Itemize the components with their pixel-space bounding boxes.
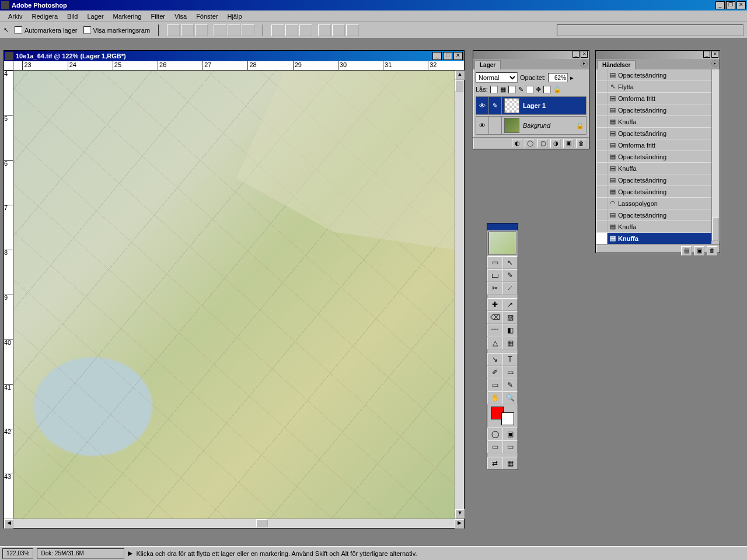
layer-name[interactable]: Lager 1	[522, 102, 586, 109]
dodge-tool[interactable]: ▦	[502, 337, 518, 349]
menu-bild[interactable]: Bild	[62, 12, 82, 21]
history-item[interactable]: ▤Omforma fritt	[596, 93, 711, 104]
adjustment-layer-button[interactable]: ◑	[550, 139, 561, 148]
doc-size-info[interactable]: Dok: 25M/31,6M	[37, 548, 124, 559]
path-select-tool[interactable]: ↘	[487, 353, 502, 366]
palette-titlebar[interactable]: _ ✕	[473, 51, 589, 59]
palette-well[interactable]	[557, 24, 743, 36]
lasso-tool[interactable]: ⌴	[487, 269, 502, 282]
lock-pixels-checkbox[interactable]	[508, 86, 516, 93]
magic-wand-tool[interactable]: ✎	[502, 269, 518, 282]
history-item[interactable]: ▤Omforma fritt	[596, 139, 711, 151]
align-button[interactable]	[214, 24, 226, 36]
vertical-scrollbar[interactable]: ▲ ▼	[455, 71, 464, 519]
ruler-horizontal[interactable]: 23 24 25 26 27 28 29 30 31 32	[13, 61, 464, 71]
distribute-button[interactable]	[271, 24, 284, 36]
menu-markering[interactable]: Markering	[109, 12, 146, 21]
palette-close-icon[interactable]: ✕	[581, 51, 588, 58]
navigator-thumbnail[interactable]	[488, 232, 516, 255]
menu-fonster[interactable]: Fönster	[191, 12, 222, 21]
visibility-toggle-icon[interactable]: 👁	[476, 97, 489, 114]
history-item[interactable]: ▤Opacitetsändring	[596, 128, 711, 139]
zoom-level[interactable]: 122,03%	[2, 548, 33, 559]
palette-minimize-icon[interactable]: _	[573, 51, 580, 58]
scroll-thumb-h[interactable]	[256, 519, 268, 527]
ruler-vertical[interactable]: 4 5 6 7 8 9 40 41 42 43	[4, 71, 13, 519]
autoselect-layer-checkbox[interactable]: Automarkera lager	[15, 26, 78, 34]
menu-redigera[interactable]: Redigera	[27, 12, 62, 21]
layer-thumbnail[interactable]	[504, 118, 519, 133]
palette-titlebar[interactable]: _ ✕	[596, 51, 720, 59]
quickmask-mode-button[interactable]: ▣	[502, 428, 518, 440]
lock-position-checkbox[interactable]	[526, 86, 533, 93]
layer-style-button[interactable]: ◐	[512, 139, 522, 148]
opacity-slider-icon[interactable]: ▸	[570, 74, 574, 82]
scroll-down-icon[interactable]: ▼	[455, 509, 465, 519]
jump-to-imageready-button[interactable]: ⇄	[487, 457, 502, 470]
history-brush-tool[interactable]: ▨	[502, 311, 518, 324]
layer-mask-button[interactable]: ◯	[525, 139, 535, 148]
palette-minimize-icon[interactable]: _	[703, 51, 710, 58]
menu-hjalp[interactable]: Hjälp	[222, 12, 246, 21]
lock-all-checkbox[interactable]	[543, 86, 551, 93]
palette-menu-icon[interactable]: ▸	[581, 60, 588, 67]
tab-lager[interactable]: Lager	[474, 60, 501, 69]
gradient-tool[interactable]: ◧	[502, 324, 518, 337]
align-button[interactable]	[181, 24, 194, 36]
scroll-up-icon[interactable]: ▲	[455, 71, 465, 80]
history-item[interactable]: ▤Opacitetsändring	[596, 151, 711, 163]
ruler-origin[interactable]	[4, 61, 13, 71]
layer-item[interactable]: 👁 Bakgrund 🔒	[476, 116, 587, 135]
rectangle-tool[interactable]: ▭	[502, 366, 518, 379]
menu-arkiv[interactable]: Arkiv	[4, 12, 27, 21]
align-button[interactable]	[167, 24, 180, 36]
layer-item[interactable]: 👁 ✎ Lager 1	[476, 96, 587, 115]
delete-state-button[interactable]: 🗑	[707, 246, 717, 256]
slice-tool[interactable]: ⟋	[502, 282, 518, 295]
align-button[interactable]	[228, 24, 240, 36]
hand-tool[interactable]: ✋	[487, 391, 502, 404]
type-tool[interactable]: T	[502, 353, 518, 366]
doc-minimize-button[interactable]: _	[432, 52, 442, 60]
palette-close-icon[interactable]: ✕	[711, 51, 718, 58]
history-item[interactable]: ▤Opacitetsändring	[596, 209, 711, 221]
eraser-tool[interactable]: 〰	[487, 324, 502, 337]
lock-transparency-checkbox[interactable]	[490, 86, 498, 93]
align-button[interactable]	[195, 24, 208, 36]
distribute-button[interactable]	[285, 24, 298, 36]
link-toggle-icon[interactable]: ✎	[489, 97, 502, 114]
visibility-toggle-icon[interactable]: 👁	[476, 117, 489, 134]
scroll-left-icon[interactable]: ◀	[4, 519, 13, 528]
opacity-input[interactable]	[548, 73, 568, 82]
menu-filter[interactable]: Filter	[146, 12, 169, 21]
history-item[interactable]: ▤Knuffa	[596, 221, 711, 233]
history-item[interactable]: ▤Opacitetsändring	[596, 69, 711, 81]
scroll-right-icon[interactable]: ▶	[455, 519, 464, 528]
canvas[interactable]	[13, 71, 455, 519]
menu-lager[interactable]: Lager	[82, 12, 108, 21]
standard-mode-button[interactable]: ◯	[487, 428, 502, 440]
background-color[interactable]	[501, 412, 514, 425]
distribute-button[interactable]	[299, 24, 312, 36]
layer-set-button[interactable]: ▢	[537, 139, 548, 148]
distribute-button[interactable]	[318, 24, 331, 36]
tools-drag-handle[interactable]	[487, 223, 518, 230]
crop-tool[interactable]: ✂	[487, 282, 502, 295]
blur-tool[interactable]: △	[487, 337, 502, 349]
tab-handelser[interactable]: Händelser	[597, 60, 636, 69]
history-item[interactable]: ↖Flytta	[596, 81, 711, 93]
history-item[interactable]: ▤Knuffa	[596, 116, 711, 128]
distribute-button[interactable]	[332, 24, 345, 36]
move-tool[interactable]: ↖	[502, 256, 518, 269]
history-scrollbar[interactable]	[711, 69, 720, 241]
delete-layer-button[interactable]: 🗑	[576, 139, 587, 148]
restore-button[interactable]: ❐	[726, 1, 735, 9]
screen-mode-button[interactable]: ▭	[487, 440, 502, 453]
new-document-from-state-button[interactable]: ▤	[681, 246, 692, 256]
history-item[interactable]: ▤Opacitetsändring	[596, 186, 711, 198]
scroll-thumb[interactable]	[712, 218, 719, 241]
palette-menu-icon[interactable]: ▸	[711, 60, 718, 67]
pen-tool[interactable]: ✐	[487, 366, 502, 379]
link-toggle-icon[interactable]	[489, 117, 502, 134]
new-snapshot-button[interactable]: ▣	[694, 246, 704, 256]
